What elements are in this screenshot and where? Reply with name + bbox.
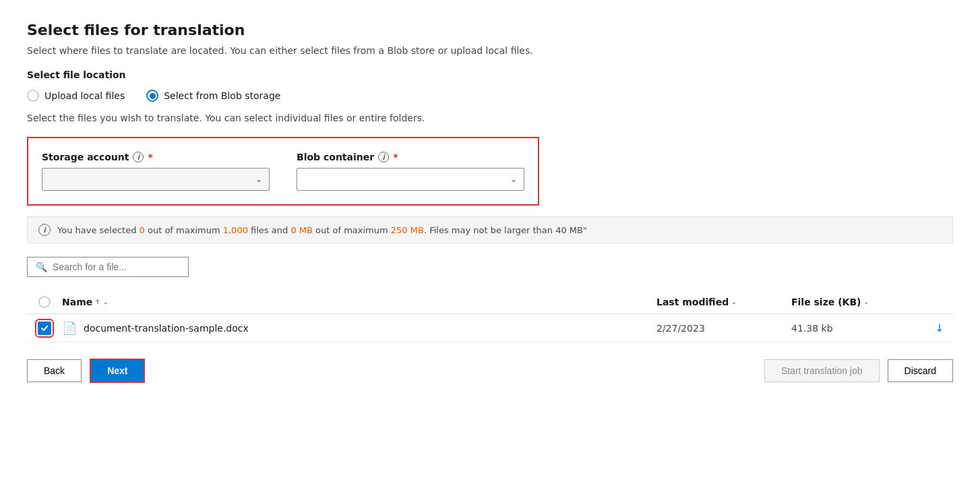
radio-upload-local-label: Upload local files <box>44 90 125 101</box>
search-icon: 🔍 <box>36 262 47 272</box>
back-button[interactable]: Back <box>27 359 82 382</box>
next-button[interactable]: Next <box>90 359 145 383</box>
blob-container-info-icon[interactable]: i <box>378 152 389 162</box>
checkmark-icon <box>40 324 49 332</box>
td-size: 41.38 kb <box>791 323 926 334</box>
footer: Back Next Start translation job Discard <box>27 359 953 383</box>
storage-account-group: Storage account i * ⌄ <box>42 152 270 191</box>
blob-container-dropdown[interactable]: ⌄ <box>297 168 524 191</box>
blob-container-group: Blob container i * ⌄ <box>297 152 524 191</box>
th-size[interactable]: File size (KB) ⌄ <box>791 297 926 307</box>
th-modified-label: Last modified <box>656 297 729 307</box>
storage-account-info-icon[interactable]: i <box>133 152 144 162</box>
info-banner-text: You have selected 0 out of maximum 1,000… <box>57 225 587 235</box>
discard-button[interactable]: Discard <box>888 359 953 382</box>
storage-account-chevron-icon: ⌄ <box>255 175 262 184</box>
storage-account-label-text: Storage account <box>42 152 129 162</box>
file-doc-icon: 📄 <box>62 321 77 335</box>
storage-account-required: * <box>148 152 152 162</box>
sort-modified-icon[interactable]: ⌄ <box>731 299 737 305</box>
th-name-label: Name <box>62 297 92 307</box>
td-actions: ↓ <box>926 322 953 334</box>
mb-selected: 0 MB <box>290 225 313 235</box>
info-banner: i You have selected 0 out of maximum 1,0… <box>27 216 953 243</box>
blob-container-label-text: Blob container <box>297 152 374 162</box>
storage-account-dropdown[interactable]: ⌄ <box>42 168 270 191</box>
info-banner-icon: i <box>38 224 51 236</box>
th-checkbox <box>27 296 62 308</box>
file-location-section-label: Select file location <box>27 69 953 80</box>
sort-name-desc-icon[interactable]: ⌄ <box>103 299 109 305</box>
radio-blob-storage[interactable]: Select from Blob storage <box>146 90 280 102</box>
dropdowns-container: Storage account i * ⌄ Blob container i *… <box>27 137 539 206</box>
file-name-text: document-translation-sample.docx <box>84 323 249 334</box>
page-title: Select files for translation <box>27 22 953 38</box>
radio-blob-storage-circle <box>146 90 158 102</box>
blob-container-chevron-icon: ⌄ <box>510 175 517 184</box>
download-icon[interactable]: ↓ <box>935 322 944 334</box>
blob-container-label: Blob container i * <box>297 152 524 162</box>
sort-name-asc-icon[interactable]: ↑ <box>95 299 100 305</box>
th-name[interactable]: Name ↑ ⌄ <box>62 297 656 307</box>
radio-blob-storage-label: Select from Blob storage <box>164 90 280 101</box>
th-modified[interactable]: Last modified ⌄ <box>656 297 791 307</box>
radio-group: Upload local files Select from Blob stor… <box>27 90 953 102</box>
footer-right: Start translation job Discard <box>764 359 953 382</box>
blob-container-required: * <box>393 152 398 162</box>
start-translation-button: Start translation job <box>764 359 880 382</box>
search-box[interactable]: 🔍 <box>27 257 189 277</box>
row-checkbox-checked[interactable] <box>38 322 51 335</box>
radio-upload-local[interactable]: Upload local files <box>27 90 125 102</box>
th-select-all-circle[interactable] <box>38 296 51 308</box>
search-input[interactable] <box>53 262 180 272</box>
td-checkbox[interactable] <box>27 322 62 335</box>
storage-account-label: Storage account i * <box>42 152 270 162</box>
instruction-text: Select the files you wish to translate. … <box>27 113 953 123</box>
th-size-label: File size (KB) <box>791 297 861 307</box>
max-files: 1,000 <box>223 225 248 235</box>
max-mb: 250 MB <box>391 225 424 235</box>
table-header: Name ↑ ⌄ Last modified ⌄ File size (KB) … <box>27 291 953 314</box>
table-container: Name ↑ ⌄ Last modified ⌄ File size (KB) … <box>27 291 953 342</box>
sort-size-icon[interactable]: ⌄ <box>864 299 869 305</box>
td-modified: 2/27/2023 <box>656 323 791 334</box>
page-subtitle: Select where files to translate are loca… <box>27 45 953 56</box>
radio-upload-local-circle <box>27 90 39 102</box>
table-row: 📄 document-translation-sample.docx 2/27/… <box>27 314 953 342</box>
td-name: 📄 document-translation-sample.docx <box>62 321 656 335</box>
files-selected-count: 0 <box>140 225 145 235</box>
